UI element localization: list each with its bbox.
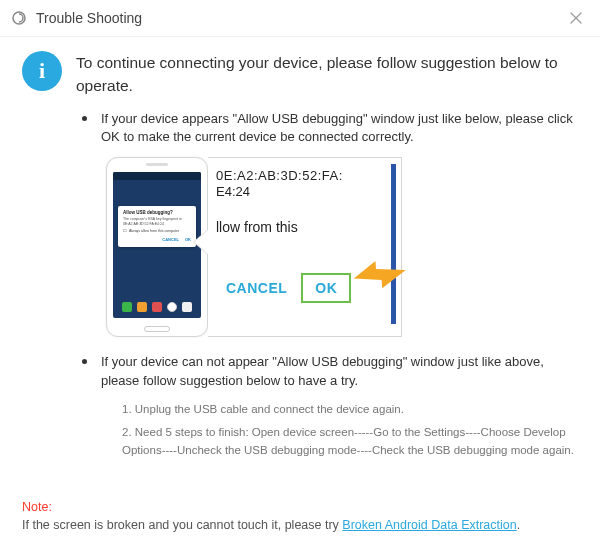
dialog-crop: 0E:A2:AB:3D:52:FA: E4:24 llow from this … [208, 157, 402, 337]
lead-row: i To continue connecting your device, pl… [22, 51, 578, 98]
svg-marker-1 [353, 258, 409, 296]
lead-text: To continue connecting your device, plea… [76, 51, 578, 98]
dialog-ok-button: OK [301, 273, 351, 303]
usb-debug-popup: Allow USB debugging? The computer's RSA … [118, 206, 196, 247]
popup-checkbox: ☐Always allow from this computer [123, 229, 191, 233]
phone-wallpaper: Allow USB debugging? The computer's RSA … [113, 180, 201, 247]
popup-check-label: Always allow from this computer [129, 229, 179, 233]
home-button-shape [144, 326, 170, 332]
note-text: If the screen is broken and you cannot t… [22, 518, 342, 532]
popup-actions: CANCEL OK [123, 237, 191, 242]
dock-app-4 [167, 302, 177, 312]
crop-line-2: E4:24 [216, 184, 389, 199]
note-section: Note: If the screen is broken and you ca… [22, 498, 578, 536]
phone-speaker-area [107, 158, 207, 170]
popup-cancel: CANCEL [162, 237, 179, 242]
instruction-item-2: If your device can not appear "Allow USB… [82, 353, 578, 391]
popup-ok: OK [185, 237, 191, 242]
instruction-1-text: If your device appears "Allow USB debugg… [101, 110, 578, 148]
content-area: i To continue connecting your device, pl… [0, 37, 600, 459]
close-button[interactable] [566, 8, 586, 28]
dock-app-3 [152, 302, 162, 312]
crop-line-3: llow from this [216, 219, 389, 235]
phone-home-area [107, 322, 207, 336]
dock-app-5 [182, 302, 192, 312]
dialog-cancel-button: CANCEL [226, 280, 287, 296]
instruction-item-1: If your device appears "Allow USB debugg… [82, 110, 578, 148]
titlebar: Trouble Shooting [0, 0, 600, 37]
phone-screen: Allow USB debugging? The computer's RSA … [113, 172, 201, 318]
phone-statusbar [113, 172, 201, 180]
callout-pointer [194, 230, 208, 254]
bullet-dot [82, 359, 87, 364]
crop-line-1: 0E:A2:AB:3D:52:FA: [216, 168, 389, 183]
app-icon [10, 9, 28, 27]
step-1: 1. Unplug the USB cable and connect the … [122, 401, 578, 419]
instruction-2-text: If your device can not appear "Allow USB… [101, 353, 578, 391]
steps-list: 1. Unplug the USB cable and connect the … [122, 401, 578, 459]
illustration: Allow USB debugging? The computer's RSA … [106, 157, 578, 337]
arrow-icon [353, 258, 409, 302]
bullet-dot [82, 116, 87, 121]
phone-mockup: Allow USB debugging? The computer's RSA … [106, 157, 208, 337]
info-icon: i [22, 51, 62, 91]
phone-dock [119, 299, 195, 315]
window-title: Trouble Shooting [36, 10, 566, 26]
step-2: 2. Need 5 steps to finish: Open device s… [122, 424, 578, 460]
dock-app-1 [122, 302, 132, 312]
popup-body: The computer's RSA key fingerprint is: 0… [123, 217, 191, 226]
popup-title: Allow USB debugging? [123, 210, 191, 215]
note-label: Note: [22, 498, 578, 517]
dock-app-2 [137, 302, 147, 312]
broken-android-link[interactable]: Broken Android Data Extraction [342, 518, 516, 532]
instruction-list-2: If your device can not appear "Allow USB… [82, 353, 578, 391]
instruction-list: If your device appears "Allow USB debugg… [82, 110, 578, 148]
note-tail: . [517, 518, 520, 532]
